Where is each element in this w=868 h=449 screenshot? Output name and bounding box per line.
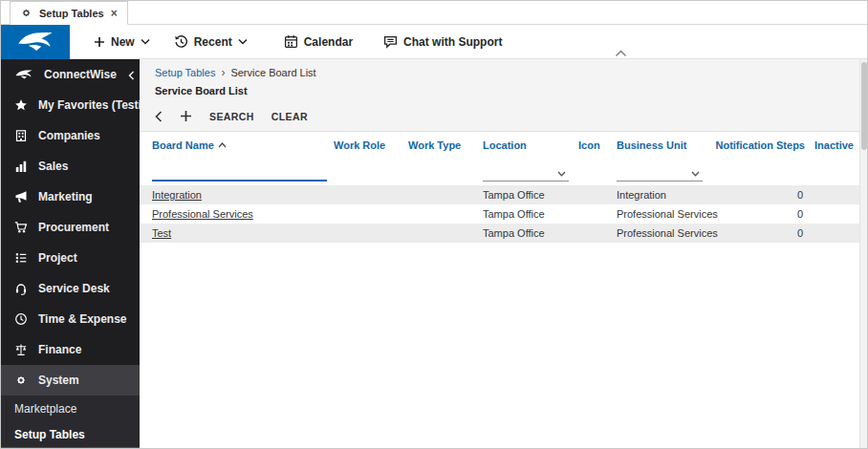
chat-support-button[interactable]: Chat with Support xyxy=(383,34,502,49)
sidebar-item-label: Marketplace xyxy=(14,402,76,416)
sidebar-item-label: Project xyxy=(38,251,77,265)
new-menu-label: New xyxy=(111,35,135,49)
add-row-button[interactable] xyxy=(180,110,192,122)
board-link-professional-services[interactable]: Professional Services xyxy=(152,208,253,220)
scrollbar-thumb[interactable] xyxy=(861,62,867,150)
collapse-sidebar-chevron[interactable] xyxy=(128,70,135,83)
chevron-down-icon xyxy=(141,38,150,45)
column-header-icon[interactable]: Icon xyxy=(578,139,617,151)
sidebar-item-label: Setup Tables xyxy=(14,428,85,441)
connectwise-logo[interactable] xyxy=(1,25,70,59)
task-list-icon xyxy=(14,251,28,265)
close-icon[interactable]: × xyxy=(111,8,118,19)
chevron-down-icon xyxy=(557,171,566,177)
sidebar-item-time-expense[interactable]: Time & Expense xyxy=(1,304,140,334)
chevron-down-icon xyxy=(238,38,248,45)
sidebar-item-sales[interactable]: Sales xyxy=(1,151,140,182)
bird-icon xyxy=(15,30,55,53)
location-filter-dropdown[interactable] xyxy=(483,160,569,182)
sidebar-item-service-desk[interactable]: Service Desk xyxy=(1,273,140,304)
column-header-board-name[interactable]: Board Name xyxy=(152,139,334,151)
shopping-cart-icon xyxy=(14,221,28,234)
clear-button[interactable]: CLEAR xyxy=(271,111,308,122)
body: ConnectWise My Favorites (Testing... Com… xyxy=(1,59,867,449)
scales-icon xyxy=(14,343,28,356)
sidebar-item-label: Finance xyxy=(38,343,81,356)
breadcrumb: Setup Tables › Service Board List xyxy=(140,66,859,79)
filter-row xyxy=(140,157,859,185)
star-icon xyxy=(14,98,28,112)
sidebar-item-companies[interactable]: Companies xyxy=(1,120,140,151)
browser-tab-bar: Setup Tables × xyxy=(1,1,867,25)
sidebar-item-finance[interactable]: Finance xyxy=(1,334,140,365)
column-header-business-unit[interactable]: Business Unit xyxy=(617,139,724,151)
headset-icon xyxy=(14,282,28,295)
calendar-label: Calendar xyxy=(304,35,353,49)
calendar-button[interactable]: Calendar xyxy=(284,34,353,49)
sort-ascending-icon xyxy=(218,142,227,148)
board-link-integration[interactable]: Integration xyxy=(152,189,202,201)
action-toolbar: SEARCH CLEAR xyxy=(140,103,859,132)
calendar-icon xyxy=(284,34,298,49)
clock-icon xyxy=(14,312,28,326)
sidebar-item-label: Procurement xyxy=(38,221,109,234)
sidebar-item-setup-tables[interactable]: Setup Tables xyxy=(1,421,140,447)
page-header-zone: Setup Tables › Service Board List Servic… xyxy=(140,59,859,132)
sidebar-item-label: Marketing xyxy=(38,190,93,203)
new-menu-button[interactable]: New xyxy=(94,35,150,49)
search-button[interactable]: SEARCH xyxy=(209,111,254,122)
recent-menu-label: Recent xyxy=(194,35,232,49)
sidebar-item-label: My Favorites (Testing... xyxy=(38,98,140,112)
main-content: Setup Tables › Service Board List Servic… xyxy=(140,59,859,449)
tab-setup-tables[interactable]: Setup Tables × xyxy=(10,1,128,25)
sidebar-item-project[interactable]: Project xyxy=(1,243,140,273)
plus-icon xyxy=(94,36,105,48)
page-title: Service Board List xyxy=(140,79,859,103)
sidebar-item-label: ConnectWise xyxy=(44,68,117,81)
sidebar: ConnectWise My Favorites (Testing... Com… xyxy=(1,59,140,449)
recent-menu-button[interactable]: Recent xyxy=(174,34,248,49)
column-header-notification-steps[interactable]: Notification Steps xyxy=(724,139,814,151)
app-window: Setup Tables × New Recent xyxy=(0,0,868,449)
tab-title: Setup Tables xyxy=(39,8,104,19)
board-name-filter-input[interactable] xyxy=(152,160,327,182)
top-toolbar: New Recent Calendar Chat with Supp xyxy=(1,25,867,59)
sidebar-item-my-favorites[interactable]: My Favorites (Testing... xyxy=(1,90,140,120)
breadcrumb-service-board-list: Service Board List xyxy=(230,67,315,78)
recent-history-icon xyxy=(174,34,188,49)
sidebar-item-marketing[interactable]: Marketing xyxy=(1,182,140,212)
sidebar-item-marketplace[interactable]: Marketplace xyxy=(1,396,140,421)
sidebar-item-label: Companies xyxy=(38,129,100,142)
chat-support-label: Chat with Support xyxy=(403,35,502,49)
sidebar-item-label: Service Desk xyxy=(38,282,110,295)
board-link-test[interactable]: Test xyxy=(152,227,171,239)
chevron-down-icon xyxy=(691,171,700,177)
chat-bubble-icon xyxy=(383,34,398,49)
gear-icon xyxy=(14,374,28,387)
sidebar-item-system[interactable]: System xyxy=(1,365,140,396)
breadcrumb-separator: › xyxy=(221,66,225,79)
megaphone-icon xyxy=(14,190,28,203)
sidebar-item-label: Time & Expense xyxy=(38,312,126,326)
back-chevron-icon[interactable] xyxy=(155,111,163,122)
collapse-toolbar-chevron[interactable] xyxy=(615,50,627,57)
table-header-row: Board Name Work Role Work Type Location … xyxy=(140,132,859,157)
column-header-work-type[interactable]: Work Type xyxy=(408,139,483,151)
business-unit-filter-dropdown[interactable] xyxy=(617,160,703,182)
breadcrumb-setup-tables[interactable]: Setup Tables xyxy=(155,67,215,78)
table-row: Test Tampa Office Professional Services … xyxy=(140,224,859,243)
connectwise-bird-icon xyxy=(14,69,33,80)
table-row: Integration Tampa Office Integration 0 xyxy=(140,185,859,204)
bar-chart-icon xyxy=(14,160,28,173)
column-header-work-role[interactable]: Work Role xyxy=(334,139,408,151)
table-row: Professional Services Tampa Office Profe… xyxy=(140,204,859,224)
column-header-inactive[interactable]: Inactive xyxy=(814,139,857,151)
sidebar-item-label: System xyxy=(38,374,79,387)
building-icon xyxy=(14,129,28,142)
sidebar-item-label: Sales xyxy=(38,160,68,173)
column-header-location[interactable]: Location xyxy=(483,139,578,151)
gear-icon xyxy=(20,7,33,19)
sidebar-item-connectwise[interactable]: ConnectWise xyxy=(1,59,140,90)
sidebar-item-procurement[interactable]: Procurement xyxy=(1,212,140,243)
vertical-scrollbar[interactable] xyxy=(859,59,867,449)
